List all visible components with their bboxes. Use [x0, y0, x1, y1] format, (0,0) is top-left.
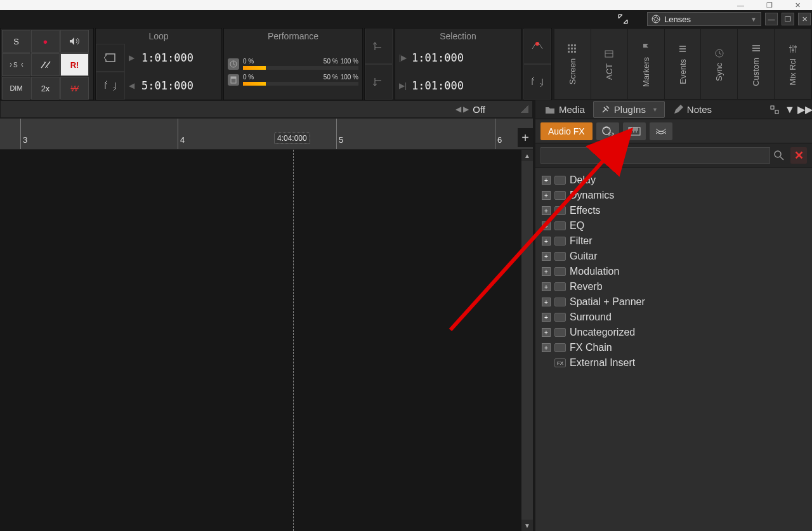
- audio-engine-button[interactable]: [60, 30, 89, 53]
- sel-edge-top-icon[interactable]: [365, 29, 393, 64]
- now-time-marker[interactable]: 4:04:000: [274, 133, 310, 144]
- filter-instruments[interactable]: [623, 122, 646, 140]
- reset-button[interactable]: R!: [60, 53, 89, 76]
- loop-end-value[interactable]: 5:01:000: [141, 79, 193, 92]
- tree-folder[interactable]: + FX Chain: [538, 340, 809, 355]
- window-minimize[interactable]: —: [726, 0, 755, 10]
- timeline-ruler[interactable]: 4:04:000 3456: [0, 118, 533, 150]
- vtab-sync[interactable]: Sync: [701, 29, 737, 99]
- chevron-down-icon[interactable]: ▼: [652, 107, 658, 113]
- filter-rewire[interactable]: [650, 122, 672, 140]
- loop-toggle-icon[interactable]: [96, 44, 125, 72]
- dim-button[interactable]: DIM: [2, 77, 30, 100]
- tree-folder[interactable]: + Surround: [538, 310, 809, 325]
- expand-icon[interactable]: +: [542, 267, 551, 276]
- tree-folder[interactable]: + Delay: [538, 173, 809, 188]
- expand-icon[interactable]: +: [542, 328, 551, 337]
- record-arm-button[interactable]: ●: [31, 30, 60, 53]
- solo-exclusive-button[interactable]: S: [2, 53, 30, 76]
- expand-icon[interactable]: +: [542, 313, 551, 322]
- vertical-scrollbar[interactable]: ▲ ▼: [521, 150, 533, 531]
- loop-start-value[interactable]: 1:01:000: [141, 51, 193, 64]
- tree-folder[interactable]: + Effects: [538, 203, 809, 218]
- expand-icon[interactable]: +: [542, 237, 551, 246]
- panel-restore[interactable]: ❐: [782, 13, 794, 25]
- sel-start-icon: |▶: [399, 53, 412, 62]
- expand-icon[interactable]: +: [542, 282, 551, 291]
- loop-start-row[interactable]: ▶ 1:01:000: [125, 44, 221, 72]
- tab-media[interactable]: Media: [538, 101, 592, 118]
- expand-icon[interactable]: +: [542, 221, 551, 230]
- expand-icon[interactable]: +: [542, 252, 551, 261]
- loop-end-row[interactable]: ◀ 5:01:000: [125, 72, 221, 100]
- punch-set-icon[interactable]: [523, 64, 551, 100]
- tree-item-external-insert[interactable]: + FX External Insert: [538, 355, 809, 370]
- vtab-markers[interactable]: Markers: [628, 29, 664, 99]
- expand-down-icon[interactable]: ▼: [783, 103, 797, 117]
- solo-button[interactable]: S: [2, 30, 30, 53]
- add-track-button[interactable]: +: [518, 128, 533, 147]
- tab-plugins[interactable]: PlugIns ▼: [593, 101, 665, 118]
- vtab-custom[interactable]: Custom: [738, 29, 774, 99]
- ruler-tick: [495, 119, 495, 149]
- selection-title: Selection: [395, 29, 521, 44]
- lenses-dropdown[interactable]: Lenses ▼: [647, 12, 761, 26]
- expand-icon[interactable]: +: [542, 191, 551, 200]
- perf-cpu-pct: 0 %: [243, 58, 321, 65]
- svg-rect-9: [568, 48, 570, 49]
- tree-folder[interactable]: + Guitar: [538, 249, 809, 264]
- clear-search-icon[interactable]: ✕: [790, 147, 807, 164]
- plugin-tree[interactable]: + Delay+ Dynamics+ Effects+ EQ+: [535, 167, 812, 531]
- sel-start-row[interactable]: |▶ 1:01:000: [395, 44, 521, 72]
- sel-end-value[interactable]: 1:01:000: [412, 79, 464, 92]
- tree-folder[interactable]: + Uncategorized: [538, 325, 809, 340]
- ruler-tick-label: 3: [23, 135, 27, 145]
- scroll-down-icon[interactable]: ▼: [521, 520, 533, 531]
- panel-minimize[interactable]: —: [765, 13, 778, 25]
- tree-folder[interactable]: + Modulation: [538, 264, 809, 279]
- tree-folder[interactable]: + Filter: [538, 233, 809, 249]
- sel-edge-bottom-icon[interactable]: [365, 64, 393, 100]
- track-view[interactable]: ▲ ▼: [0, 150, 533, 531]
- performance-module: Performance 0 % 50 % 100 %: [223, 28, 363, 100]
- filter-midi-fx[interactable]: FX: [596, 122, 619, 140]
- collapse-icon[interactable]: ▶▶: [798, 103, 812, 117]
- sel-start-value[interactable]: 1:01:000: [412, 51, 464, 64]
- expand-icon[interactable]: +: [542, 176, 551, 185]
- tree-folder[interactable]: + Reverb: [538, 279, 809, 294]
- vertical-tabs: Screen ACT Markers Events Sync: [553, 28, 812, 100]
- expand-icon[interactable]: +: [542, 343, 551, 352]
- tree-folder[interactable]: + Spatial + Panner: [538, 294, 809, 310]
- window-close[interactable]: ✕: [783, 0, 812, 10]
- panel-close[interactable]: ✕: [798, 13, 811, 25]
- expand-icon[interactable]: +: [542, 206, 551, 215]
- sel-end-row[interactable]: ▶| 1:01:000: [395, 72, 521, 100]
- scrollbar-track[interactable]: [521, 161, 533, 520]
- filter-audio-fx[interactable]: Audio FX: [540, 122, 593, 140]
- expand-icon[interactable]: +: [542, 298, 551, 306]
- vtab-mixrecall[interactable]: Mix Rcl: [775, 29, 811, 99]
- tree-folder[interactable]: + Dynamics: [538, 188, 809, 203]
- write-automation-button[interactable]: W: [60, 77, 89, 100]
- vtab-events[interactable]: Events: [665, 29, 701, 99]
- vtab-screen[interactable]: Screen: [554, 29, 591, 99]
- automation-button[interactable]: [31, 53, 60, 76]
- folder-icon: [554, 343, 566, 352]
- snap-mode-label[interactable]: Off: [473, 104, 485, 115]
- dock-icon[interactable]: [768, 103, 782, 117]
- vtab-act[interactable]: ACT: [591, 29, 627, 99]
- tree-label: FX Chain: [570, 342, 612, 353]
- window-restore[interactable]: ❐: [755, 0, 783, 10]
- search-icon[interactable]: [774, 150, 787, 161]
- punch-rec-icon[interactable]: [523, 29, 551, 64]
- svg-rect-7: [571, 44, 573, 46]
- resize-handle-icon[interactable]: [521, 105, 528, 113]
- scroll-up-icon[interactable]: ▲: [521, 150, 533, 161]
- plugin-search-input[interactable]: [540, 147, 770, 164]
- snap-arrows-icon[interactable]: ◀ ▶: [455, 105, 469, 114]
- tab-notes[interactable]: Notes: [666, 101, 719, 118]
- loop-set-icon[interactable]: [96, 72, 125, 100]
- tree-folder[interactable]: + EQ: [538, 218, 809, 233]
- x2-button[interactable]: 2x: [31, 77, 60, 100]
- fullscreen-icon[interactable]: [615, 11, 631, 27]
